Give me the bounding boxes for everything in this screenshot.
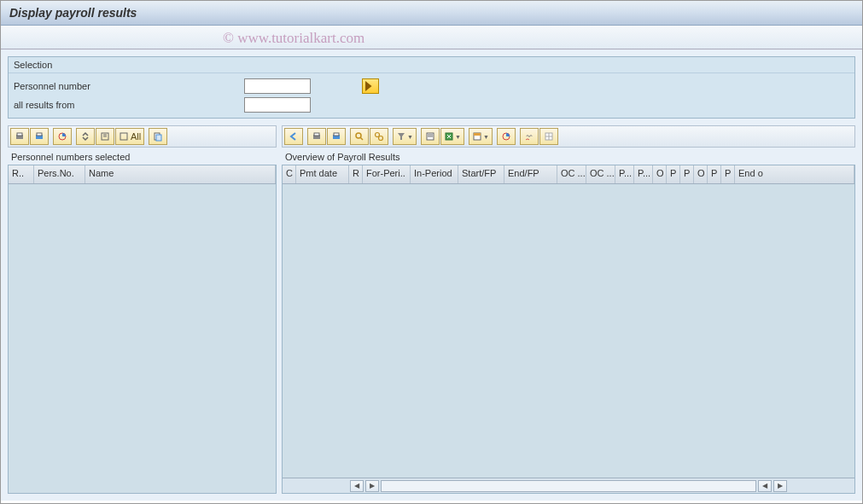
svg-point-17	[376, 133, 380, 137]
col-r[interactable]: R..	[9, 165, 34, 183]
scroll-left-button[interactable]: ◀	[350, 480, 364, 492]
svg-rect-10	[156, 135, 161, 141]
svg-rect-14	[334, 133, 339, 136]
col-p4[interactable]: P	[680, 165, 694, 183]
svg-rect-12	[314, 133, 319, 136]
back-button[interactable]	[284, 128, 303, 145]
all-results-input[interactable]	[244, 97, 311, 113]
collapse-button[interactable]	[96, 128, 114, 145]
right-grid: C Pmt date R For-Peri.. In-Period Start/…	[282, 165, 855, 494]
left-grid-body	[9, 184, 276, 493]
all-results-label: all results from	[14, 100, 244, 110]
personnel-number-input[interactable]	[244, 78, 311, 94]
clipboard-button[interactable]	[149, 128, 167, 145]
col-p6[interactable]: P	[721, 165, 735, 183]
left-grid: R.. Pers.No. Name	[8, 165, 277, 494]
export-button[interactable]	[30, 128, 49, 145]
scroll-right-button[interactable]: ▶	[365, 480, 379, 492]
svg-rect-1	[17, 133, 22, 136]
page-title: Display payroll results	[1, 1, 862, 26]
svg-point-18	[379, 136, 383, 141]
scroll-left-end-button[interactable]: ◀	[758, 480, 772, 492]
app-toolbar	[1, 26, 862, 49]
col-pmtdate[interactable]: Pmt date	[296, 165, 349, 183]
expand-button[interactable]	[76, 128, 95, 145]
left-toolbar: All	[8, 125, 277, 148]
col-o1[interactable]: O	[653, 165, 667, 183]
col-forperiod[interactable]: For-Peri..	[363, 165, 411, 183]
value-help-button[interactable]	[362, 78, 379, 94]
col-name[interactable]: Name	[85, 165, 276, 183]
left-panel-title: Personnel numbers selected	[8, 149, 277, 165]
right-toolbar: ▼ ▼ ▼	[282, 125, 855, 148]
col-endfp[interactable]: End/FP	[504, 165, 557, 183]
col-oc1[interactable]: OC ...	[557, 165, 586, 183]
col-r2[interactable]: R	[349, 165, 363, 183]
spreadsheet-button[interactable]: ▼	[440, 128, 464, 145]
col-oc2[interactable]: OC ...	[586, 165, 615, 183]
svg-rect-3	[37, 133, 42, 136]
col-p5[interactable]: P	[708, 165, 721, 183]
personnel-number-label: Personnel number	[14, 81, 244, 91]
right-grid-scrollbar: ◀ ▶ ◀ ▶	[283, 478, 854, 493]
right-panel-title: Overview of Payroll Results	[282, 149, 855, 165]
selection-title: Selection	[9, 57, 854, 73]
col-inperiod[interactable]: In-Period	[411, 165, 458, 183]
scroll-track[interactable]	[381, 480, 756, 492]
export-button-r[interactable]	[327, 128, 346, 145]
col-p1[interactable]: P...	[615, 165, 634, 183]
col-p3[interactable]: P	[667, 165, 680, 183]
col-o2[interactable]: O	[694, 165, 708, 183]
chart-button[interactable]	[53, 128, 72, 145]
svg-line-16	[360, 137, 363, 140]
find-next-button[interactable]	[370, 128, 388, 145]
filter-button[interactable]: ▼	[393, 128, 417, 145]
find-button[interactable]	[350, 128, 369, 145]
col-endo[interactable]: End o	[735, 165, 854, 183]
chart-button-r[interactable]	[497, 128, 516, 145]
col-startfp[interactable]: Start/FP	[458, 165, 504, 183]
scroll-right-end-button[interactable]: ▶	[773, 480, 787, 492]
layout-button[interactable]: ▼	[469, 128, 493, 145]
svg-rect-8	[120, 133, 127, 140]
svg-rect-24	[474, 133, 481, 136]
sort-button[interactable]	[421, 128, 440, 145]
selection-group: Selection Personnel number all results f…	[8, 56, 855, 119]
print-button[interactable]	[10, 128, 29, 145]
grid-button[interactable]	[539, 128, 558, 145]
print-button-r[interactable]	[307, 128, 326, 145]
all-button[interactable]: All	[115, 128, 144, 145]
right-grid-body	[283, 184, 854, 478]
all-label: All	[131, 131, 141, 142]
col-persno[interactable]: Pers.No.	[34, 165, 85, 183]
col-c[interactable]: C	[283, 165, 296, 183]
col-p2[interactable]: P...	[634, 165, 653, 183]
link-button[interactable]	[520, 128, 539, 145]
